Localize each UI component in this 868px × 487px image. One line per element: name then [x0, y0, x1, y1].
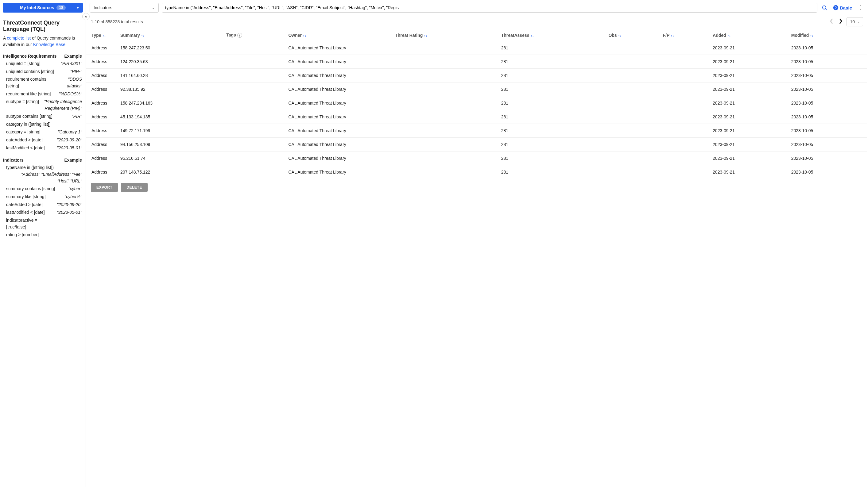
- cell-fp: [659, 96, 709, 110]
- cell-obs: [604, 165, 659, 179]
- cell-obs: [604, 96, 659, 110]
- col-threat-rating[interactable]: Threat Rating↑↓: [391, 29, 498, 41]
- col-fp[interactable]: F/P↑↓: [659, 29, 709, 41]
- tql-section: Intelligence RequirementsExampleuniqueId…: [3, 51, 84, 155]
- tql-example: "Priority Intelligence Requirement (PIR)…: [39, 98, 82, 111]
- cell-added: 2023-09-21: [709, 96, 787, 110]
- basic-mode-label: Basic: [840, 5, 852, 10]
- cell-owner: CAL Automated Threat Library: [284, 69, 391, 83]
- tql-example: "PIR-0001": [40, 60, 82, 67]
- cell-added: 2023-09-21: [709, 41, 787, 55]
- tql-command-row: dateAdded > [date]"2023-09-20": [3, 136, 84, 144]
- cell-threat-assess: 281: [498, 165, 605, 179]
- cell-threat-assess: 281: [498, 69, 605, 83]
- col-type[interactable]: Type↑↓: [86, 29, 117, 41]
- cell-owner: CAL Automated Threat Library: [284, 110, 391, 124]
- table-row[interactable]: Address 95.216.51.74 CAL Automated Threa…: [86, 152, 867, 165]
- cell-tags: [222, 152, 284, 165]
- export-button[interactable]: EXPORT: [91, 183, 118, 192]
- tql-command-row: requirement contains [string]"DDOS attac…: [3, 75, 84, 90]
- tql-example: "DDOS attacks": [58, 76, 82, 89]
- tql-example: "PIR": [53, 113, 82, 120]
- cell-modified: 2023-10-05: [787, 41, 867, 55]
- cell-summary: 95.216.51.74: [117, 152, 222, 165]
- tql-command: subtype = [string]: [6, 98, 39, 105]
- cell-type: Address: [86, 152, 117, 165]
- cell-summary: 45.133.194.135: [117, 110, 222, 124]
- search-button[interactable]: [820, 4, 829, 12]
- table-row[interactable]: Address 207.148.75.122 CAL Automated Thr…: [86, 165, 867, 179]
- sort-icon: ↑↓: [727, 34, 731, 37]
- tql-section-header: Intelligence RequirementsExample: [3, 54, 84, 59]
- search-icon: [822, 5, 828, 11]
- cell-obs: [604, 55, 659, 69]
- sort-icon: ↑↓: [530, 34, 534, 37]
- cell-tags: [222, 69, 284, 83]
- collapse-sidebar-button[interactable]: «: [82, 13, 90, 20]
- cell-threat-assess: 281: [498, 96, 605, 110]
- cell-obs: [604, 110, 659, 124]
- col-summary[interactable]: Summary↑↓: [117, 29, 222, 41]
- cell-added: 2023-09-21: [709, 152, 787, 165]
- caret-down-icon: ▾: [77, 6, 79, 9]
- next-page-button[interactable]: [837, 18, 844, 26]
- table-row[interactable]: Address 94.156.253.109 CAL Automated Thr…: [86, 138, 867, 152]
- table-row[interactable]: Address 45.133.194.135 CAL Automated Thr…: [86, 110, 867, 124]
- tql-command: lastModified < [date]: [6, 209, 45, 216]
- cell-modified: 2023-10-05: [787, 55, 867, 69]
- col-added[interactable]: Added↑↓: [709, 29, 787, 41]
- cell-fp: [659, 110, 709, 124]
- kebab-icon: ⋮: [858, 4, 863, 11]
- col-threat-assess[interactable]: ThreatAssess↑↓: [498, 29, 605, 41]
- tql-command: summary like [string]: [6, 194, 45, 200]
- basic-mode-button[interactable]: ? Basic: [832, 4, 853, 12]
- tql-command-row: uniqueId = [string]"PIR-0001": [3, 60, 84, 68]
- table-row[interactable]: Address 149.72.171.199 CAL Automated Thr…: [86, 124, 867, 138]
- col-tags: Tagsi: [222, 29, 284, 41]
- section-title: Indicators: [3, 158, 24, 163]
- col-modified[interactable]: Modified↑↓: [787, 29, 867, 41]
- tql-command: rating > [number]: [6, 231, 39, 238]
- cell-modified: 2023-10-05: [787, 124, 867, 138]
- cell-threat-rating: [391, 69, 498, 83]
- complete-list-link[interactable]: complete list: [7, 36, 31, 40]
- example-header: Example: [64, 158, 82, 163]
- my-intel-sources-button[interactable]: My Intel Sources 18 ▾: [3, 3, 83, 12]
- cell-owner: CAL Automated Threat Library: [284, 165, 391, 179]
- col-owner[interactable]: Owner↑↓: [284, 29, 391, 41]
- sort-icon: ↑↓: [424, 34, 427, 37]
- chevron-down-icon: ⌄: [152, 6, 155, 10]
- query-input[interactable]: [162, 3, 817, 12]
- example-header: Example: [64, 54, 82, 59]
- table-row[interactable]: Address 158.247.234.163 CAL Automated Th…: [86, 96, 867, 110]
- svg-line-1: [825, 8, 827, 10]
- type-select[interactable]: Indicators ⌄: [90, 3, 159, 12]
- tql-command: dateAdded > [date]: [6, 137, 43, 143]
- cell-fp: [659, 152, 709, 165]
- info-icon[interactable]: i: [237, 33, 242, 38]
- chevron-left-icon: «: [85, 14, 87, 19]
- tql-command: category in ([string list]): [6, 121, 51, 128]
- cell-threat-rating: [391, 41, 498, 55]
- table-row[interactable]: Address 92.38.135.92 CAL Automated Threa…: [86, 83, 867, 96]
- cell-summary: 94.156.253.109: [117, 138, 222, 152]
- knowledge-base-link[interactable]: Knowledge Base: [33, 42, 65, 47]
- cell-fp: [659, 41, 709, 55]
- cell-threat-assess: 281: [498, 124, 605, 138]
- more-menu-button[interactable]: ⋮: [856, 3, 864, 12]
- cell-owner: CAL Automated Threat Library: [284, 41, 391, 55]
- page-size-select[interactable]: 10 ⌄: [846, 17, 863, 26]
- col-obs[interactable]: Obs↑↓: [604, 29, 659, 41]
- table-row[interactable]: Address 158.247.223.50 CAL Automated Thr…: [86, 41, 867, 55]
- cell-threat-rating: [391, 124, 498, 138]
- cell-obs: [604, 83, 659, 96]
- cell-tags: [222, 83, 284, 96]
- table-row[interactable]: Address 124.220.35.63 CAL Automated Thre…: [86, 55, 867, 69]
- sources-count-badge: 18: [57, 5, 65, 10]
- table-row[interactable]: Address 141.164.60.28 CAL Automated Thre…: [86, 69, 867, 83]
- cell-modified: 2023-10-05: [787, 138, 867, 152]
- tql-command: summary contains [string]: [6, 186, 55, 192]
- cell-owner: CAL Automated Threat Library: [284, 55, 391, 69]
- delete-button[interactable]: DELETE: [121, 183, 147, 192]
- page-size-value: 10: [850, 19, 855, 24]
